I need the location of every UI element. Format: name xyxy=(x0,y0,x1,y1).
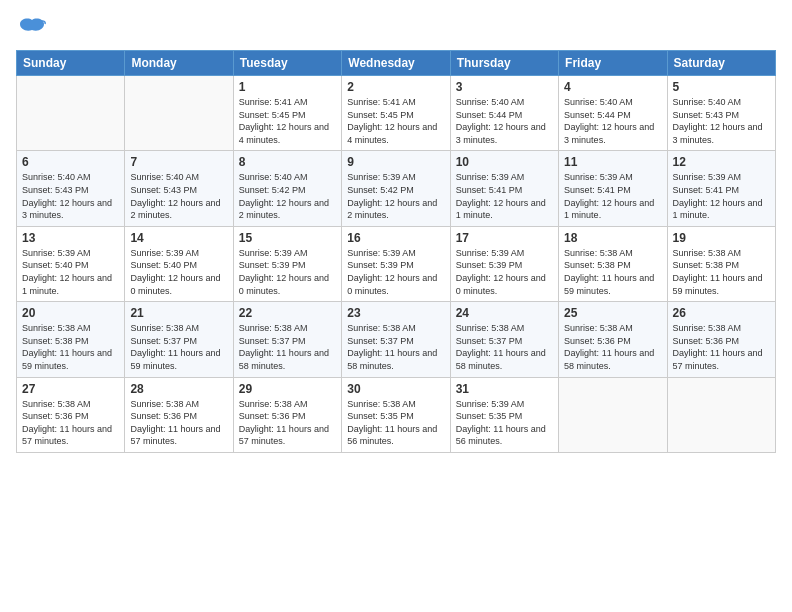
calendar-cell: 27Sunrise: 5:38 AMSunset: 5:36 PMDayligh… xyxy=(17,377,125,452)
day-number: 31 xyxy=(456,382,553,396)
day-number: 12 xyxy=(673,155,770,169)
calendar-cell: 29Sunrise: 5:38 AMSunset: 5:36 PMDayligh… xyxy=(233,377,341,452)
day-number: 6 xyxy=(22,155,119,169)
calendar-cell: 21Sunrise: 5:38 AMSunset: 5:37 PMDayligh… xyxy=(125,302,233,377)
cell-details: Sunrise: 5:40 AMSunset: 5:43 PMDaylight:… xyxy=(130,171,227,221)
cell-details: Sunrise: 5:38 AMSunset: 5:37 PMDaylight:… xyxy=(456,322,553,372)
cell-details: Sunrise: 5:40 AMSunset: 5:44 PMDaylight:… xyxy=(564,96,661,146)
calendar-cell: 8Sunrise: 5:40 AMSunset: 5:42 PMDaylight… xyxy=(233,151,341,226)
calendar-cell: 11Sunrise: 5:39 AMSunset: 5:41 PMDayligh… xyxy=(559,151,667,226)
weekday-header-monday: Monday xyxy=(125,51,233,76)
cell-details: Sunrise: 5:39 AMSunset: 5:39 PMDaylight:… xyxy=(456,247,553,297)
day-number: 22 xyxy=(239,306,336,320)
calendar-cell xyxy=(17,76,125,151)
cell-details: Sunrise: 5:38 AMSunset: 5:38 PMDaylight:… xyxy=(564,247,661,297)
weekday-header-row: SundayMondayTuesdayWednesdayThursdayFrid… xyxy=(17,51,776,76)
day-number: 21 xyxy=(130,306,227,320)
day-number: 20 xyxy=(22,306,119,320)
logo-bird-icon xyxy=(18,16,46,40)
calendar-cell: 20Sunrise: 5:38 AMSunset: 5:38 PMDayligh… xyxy=(17,302,125,377)
day-number: 25 xyxy=(564,306,661,320)
day-number: 10 xyxy=(456,155,553,169)
calendar-cell xyxy=(125,76,233,151)
calendar-cell: 15Sunrise: 5:39 AMSunset: 5:39 PMDayligh… xyxy=(233,226,341,301)
cell-details: Sunrise: 5:41 AMSunset: 5:45 PMDaylight:… xyxy=(239,96,336,146)
day-number: 8 xyxy=(239,155,336,169)
day-number: 9 xyxy=(347,155,444,169)
day-number: 5 xyxy=(673,80,770,94)
cell-details: Sunrise: 5:39 AMSunset: 5:35 PMDaylight:… xyxy=(456,398,553,448)
day-number: 29 xyxy=(239,382,336,396)
day-number: 26 xyxy=(673,306,770,320)
cell-details: Sunrise: 5:39 AMSunset: 5:40 PMDaylight:… xyxy=(130,247,227,297)
cell-details: Sunrise: 5:38 AMSunset: 5:37 PMDaylight:… xyxy=(347,322,444,372)
day-number: 2 xyxy=(347,80,444,94)
calendar-cell xyxy=(559,377,667,452)
calendar-cell: 19Sunrise: 5:38 AMSunset: 5:38 PMDayligh… xyxy=(667,226,775,301)
cell-details: Sunrise: 5:38 AMSunset: 5:36 PMDaylight:… xyxy=(22,398,119,448)
calendar-cell: 7Sunrise: 5:40 AMSunset: 5:43 PMDaylight… xyxy=(125,151,233,226)
cell-details: Sunrise: 5:38 AMSunset: 5:36 PMDaylight:… xyxy=(673,322,770,372)
weekday-header-wednesday: Wednesday xyxy=(342,51,450,76)
day-number: 17 xyxy=(456,231,553,245)
calendar-cell: 13Sunrise: 5:39 AMSunset: 5:40 PMDayligh… xyxy=(17,226,125,301)
cell-details: Sunrise: 5:38 AMSunset: 5:38 PMDaylight:… xyxy=(22,322,119,372)
cell-details: Sunrise: 5:38 AMSunset: 5:36 PMDaylight:… xyxy=(130,398,227,448)
cell-details: Sunrise: 5:38 AMSunset: 5:36 PMDaylight:… xyxy=(239,398,336,448)
calendar-cell: 22Sunrise: 5:38 AMSunset: 5:37 PMDayligh… xyxy=(233,302,341,377)
day-number: 24 xyxy=(456,306,553,320)
day-number: 13 xyxy=(22,231,119,245)
calendar-cell: 26Sunrise: 5:38 AMSunset: 5:36 PMDayligh… xyxy=(667,302,775,377)
calendar-cell: 28Sunrise: 5:38 AMSunset: 5:36 PMDayligh… xyxy=(125,377,233,452)
cell-details: Sunrise: 5:39 AMSunset: 5:40 PMDaylight:… xyxy=(22,247,119,297)
day-number: 4 xyxy=(564,80,661,94)
cell-details: Sunrise: 5:38 AMSunset: 5:35 PMDaylight:… xyxy=(347,398,444,448)
day-number: 3 xyxy=(456,80,553,94)
day-number: 19 xyxy=(673,231,770,245)
calendar-cell: 5Sunrise: 5:40 AMSunset: 5:43 PMDaylight… xyxy=(667,76,775,151)
calendar-cell: 23Sunrise: 5:38 AMSunset: 5:37 PMDayligh… xyxy=(342,302,450,377)
cell-details: Sunrise: 5:39 AMSunset: 5:41 PMDaylight:… xyxy=(456,171,553,221)
calendar-cell: 31Sunrise: 5:39 AMSunset: 5:35 PMDayligh… xyxy=(450,377,558,452)
cell-details: Sunrise: 5:38 AMSunset: 5:37 PMDaylight:… xyxy=(130,322,227,372)
cell-details: Sunrise: 5:40 AMSunset: 5:43 PMDaylight:… xyxy=(673,96,770,146)
calendar-cell: 16Sunrise: 5:39 AMSunset: 5:39 PMDayligh… xyxy=(342,226,450,301)
calendar-cell: 1Sunrise: 5:41 AMSunset: 5:45 PMDaylight… xyxy=(233,76,341,151)
calendar-table: SundayMondayTuesdayWednesdayThursdayFrid… xyxy=(16,50,776,453)
week-row-4: 20Sunrise: 5:38 AMSunset: 5:38 PMDayligh… xyxy=(17,302,776,377)
week-row-2: 6Sunrise: 5:40 AMSunset: 5:43 PMDaylight… xyxy=(17,151,776,226)
calendar-cell: 9Sunrise: 5:39 AMSunset: 5:42 PMDaylight… xyxy=(342,151,450,226)
cell-details: Sunrise: 5:39 AMSunset: 5:39 PMDaylight:… xyxy=(239,247,336,297)
calendar-cell: 14Sunrise: 5:39 AMSunset: 5:40 PMDayligh… xyxy=(125,226,233,301)
week-row-5: 27Sunrise: 5:38 AMSunset: 5:36 PMDayligh… xyxy=(17,377,776,452)
cell-details: Sunrise: 5:39 AMSunset: 5:41 PMDaylight:… xyxy=(673,171,770,221)
calendar-cell: 17Sunrise: 5:39 AMSunset: 5:39 PMDayligh… xyxy=(450,226,558,301)
day-number: 14 xyxy=(130,231,227,245)
cell-details: Sunrise: 5:39 AMSunset: 5:41 PMDaylight:… xyxy=(564,171,661,221)
calendar-cell: 30Sunrise: 5:38 AMSunset: 5:35 PMDayligh… xyxy=(342,377,450,452)
weekday-header-thursday: Thursday xyxy=(450,51,558,76)
weekday-header-friday: Friday xyxy=(559,51,667,76)
calendar-cell: 6Sunrise: 5:40 AMSunset: 5:43 PMDaylight… xyxy=(17,151,125,226)
cell-details: Sunrise: 5:39 AMSunset: 5:42 PMDaylight:… xyxy=(347,171,444,221)
day-number: 7 xyxy=(130,155,227,169)
weekday-header-saturday: Saturday xyxy=(667,51,775,76)
cell-details: Sunrise: 5:40 AMSunset: 5:43 PMDaylight:… xyxy=(22,171,119,221)
weekday-header-tuesday: Tuesday xyxy=(233,51,341,76)
header xyxy=(16,16,776,40)
calendar-cell xyxy=(667,377,775,452)
cell-details: Sunrise: 5:38 AMSunset: 5:38 PMDaylight:… xyxy=(673,247,770,297)
day-number: 30 xyxy=(347,382,444,396)
calendar-cell: 2Sunrise: 5:41 AMSunset: 5:45 PMDaylight… xyxy=(342,76,450,151)
day-number: 11 xyxy=(564,155,661,169)
day-number: 18 xyxy=(564,231,661,245)
calendar-cell: 18Sunrise: 5:38 AMSunset: 5:38 PMDayligh… xyxy=(559,226,667,301)
week-row-1: 1Sunrise: 5:41 AMSunset: 5:45 PMDaylight… xyxy=(17,76,776,151)
day-number: 28 xyxy=(130,382,227,396)
logo xyxy=(16,16,46,40)
day-number: 15 xyxy=(239,231,336,245)
cell-details: Sunrise: 5:38 AMSunset: 5:36 PMDaylight:… xyxy=(564,322,661,372)
calendar-cell: 25Sunrise: 5:38 AMSunset: 5:36 PMDayligh… xyxy=(559,302,667,377)
cell-details: Sunrise: 5:40 AMSunset: 5:42 PMDaylight:… xyxy=(239,171,336,221)
day-number: 23 xyxy=(347,306,444,320)
